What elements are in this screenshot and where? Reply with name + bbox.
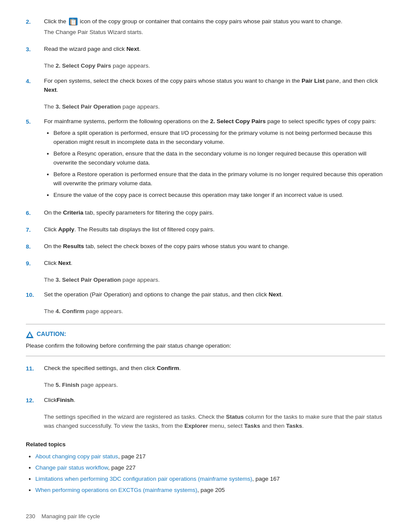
- tasks-bold-2: Tasks: [286, 423, 302, 429]
- step-11: 11. Check the specified settings, and th…: [26, 364, 385, 375]
- step-6: 6. On the Criteria tab, specify paramete…: [26, 208, 385, 219]
- bullet-3: Before a Restore operation is performed …: [53, 170, 385, 188]
- step-7-number: 7.: [26, 225, 44, 235]
- step-9-content: Click Next.: [44, 259, 385, 270]
- step-10-subnote-bold: 4. Confirm: [56, 308, 84, 314]
- step-11-content: Check the specified settings, and then c…: [44, 364, 385, 375]
- step-3-subnote: The 2. Select Copy Pairs page appears.: [44, 62, 385, 71]
- step-5-text: For mainframe systems, perform the follo…: [44, 118, 376, 124]
- step-4-number: 4.: [26, 77, 44, 86]
- copy-group-icon: 📋: [69, 18, 78, 25]
- related-topic-4-suffix: , page 205: [197, 487, 225, 493]
- step-4-subnote: The 3. Select Pair Operation page appear…: [44, 103, 385, 112]
- step-4: 4. For open systems, select the check bo…: [26, 77, 385, 96]
- step-5-content: For mainframe systems, perform the follo…: [44, 117, 385, 202]
- step-12-content: ClickFinish.: [44, 396, 385, 407]
- step-11-subnote-bold: 5. Finish: [56, 382, 79, 388]
- explorer-bold: Explorer: [184, 423, 208, 429]
- step-3-subnote-bold: 2. Select Copy Pairs: [56, 62, 111, 69]
- step-4-bold1: Pair List: [302, 78, 324, 84]
- step-4-subnote-bold: 3. Select Pair Operation: [56, 103, 121, 110]
- related-topic-3-suffix: , page 167: [252, 476, 280, 482]
- step-11-subnote: The 5. Finish page appears.: [44, 381, 385, 390]
- footer-text: Managing pair life cycle: [41, 513, 100, 520]
- step-5-number: 5.: [26, 117, 44, 127]
- page-footer: 230 Managing pair life cycle: [26, 512, 385, 521]
- related-topic-4: When performing operations on EXCTGs (ma…: [35, 486, 385, 495]
- step-12: 12. ClickFinish.: [26, 396, 385, 407]
- caution-title: CAUTION:: [26, 330, 385, 339]
- step-10: 10. Set the operation (Pair Operation) a…: [26, 290, 385, 301]
- step-5-bullets: Before a split operation is performed, e…: [44, 129, 385, 199]
- related-topic-1-link[interactable]: About changing copy pair status: [35, 453, 118, 460]
- related-topics-title: Related topics: [26, 440, 385, 449]
- step-9: 9. Click Next.: [26, 259, 385, 270]
- bullet-4: Ensure the value of the copy pace is cor…: [53, 191, 385, 200]
- step-12-bold: Finish: [56, 397, 74, 403]
- related-topic-2-suffix: , page 227: [108, 464, 136, 471]
- step-2-number: 2.: [26, 17, 44, 27]
- step-8-text: On the Results tab, select the check box…: [44, 243, 290, 249]
- caution-box: CAUTION: Please confirm the following be…: [26, 324, 385, 356]
- caution-triangle-icon: [26, 331, 34, 338]
- tasks-bold-1: Tasks: [244, 423, 260, 429]
- step-3-content: Read the wizard page and click Next.: [44, 45, 385, 56]
- step-2-text-before: Click the: [44, 18, 66, 25]
- related-topics-list: About changing copy pair status, page 21…: [26, 452, 385, 495]
- bullet-2: Before a Resync operation, ensure that t…: [53, 149, 385, 168]
- step-12-number: 12.: [26, 396, 44, 405]
- related-topic-4-link[interactable]: When performing operations on EXCTGs (ma…: [35, 487, 197, 493]
- step-9-bold: Next: [58, 260, 71, 266]
- step-10-content: Set the operation (Pair Operation) and o…: [44, 290, 385, 301]
- step-2-content: Click the 📋 icon of the copy group or co…: [44, 17, 385, 39]
- step-7-content: Click Apply. The Results tab displays th…: [44, 225, 385, 236]
- related-topic-2: Change pair status workflow, page 227: [35, 464, 385, 473]
- step-8-content: On the Results tab, select the check box…: [44, 242, 385, 253]
- step-9-number: 9.: [26, 259, 44, 268]
- step-10-text: Set the operation (Pair Operation) and o…: [44, 291, 283, 298]
- related-topic-3: Limitations when performing 3DC configur…: [35, 475, 385, 484]
- step-8-bold: Results: [63, 243, 84, 249]
- step-7-bold: Apply: [58, 226, 75, 233]
- step-4-content: For open systems, select the check boxes…: [44, 77, 385, 96]
- status-bold: Status: [226, 414, 243, 420]
- step-11-text: Check the specified settings, and then c…: [44, 365, 181, 371]
- step-10-bold: Next: [269, 291, 281, 298]
- step-2-subnote: The Change Pair Status Wizard starts.: [44, 28, 385, 37]
- caution-text: Please confirm the following before conf…: [26, 342, 385, 351]
- step-11-number: 11.: [26, 364, 44, 373]
- step-5-bold: 2. Select Copy Pairs: [210, 118, 266, 124]
- step-2: 2. Click the 📋 icon of the copy group or…: [26, 17, 385, 39]
- step-6-content: On the Criteria tab, specify parameters …: [44, 208, 385, 219]
- step-4-bold2: Next: [44, 87, 56, 93]
- related-topic-1-suffix: , page 217: [118, 453, 146, 460]
- step-11-bold: Confirm: [157, 365, 179, 371]
- step-7-text: Click Apply. The Results tab displays th…: [44, 226, 215, 233]
- step-5: 5. For mainframe systems, perform the fo…: [26, 117, 385, 202]
- step-12-text: ClickFinish.: [44, 397, 75, 403]
- step-8-number: 8.: [26, 242, 44, 252]
- step-3-text: Read the wizard page and click Next.: [44, 46, 140, 52]
- step-6-bold: Criteria: [63, 209, 83, 216]
- related-topic-3-link[interactable]: Limitations when performing 3DC configur…: [35, 476, 252, 482]
- step-6-number: 6.: [26, 208, 44, 218]
- step-6-text: On the Criteria tab, specify parameters …: [44, 209, 214, 216]
- bullet-1: Before a split operation is performed, e…: [53, 129, 385, 147]
- caution-label: CAUTION:: [37, 330, 66, 339]
- related-topics: Related topics About changing copy pair …: [26, 440, 385, 495]
- step-12-subnote: The settings specified in the wizard are…: [44, 413, 385, 431]
- step-9-text: Click Next.: [44, 260, 72, 266]
- step-3-bold: Next: [126, 46, 139, 52]
- step-10-number: 10.: [26, 290, 44, 300]
- related-topic-2-link[interactable]: Change pair status workflow: [35, 464, 108, 471]
- step-7: 7. Click Apply. The Results tab displays…: [26, 225, 385, 236]
- step-4-text: For open systems, select the check boxes…: [44, 78, 378, 93]
- step-9-subnote: The 3. Select Pair Operation page appear…: [44, 276, 385, 285]
- step-8: 8. On the Results tab, select the check …: [26, 242, 385, 253]
- step-3-number: 3.: [26, 45, 44, 54]
- step-9-subnote-bold: 3. Select Pair Operation: [56, 277, 121, 283]
- step-10-subnote: The 4. Confirm page appears.: [44, 307, 385, 316]
- footer-page-num: 230: [26, 513, 35, 520]
- step-2-text-after: icon of the copy group or container that…: [80, 18, 342, 25]
- step-3: 3. Read the wizard page and click Next.: [26, 45, 385, 56]
